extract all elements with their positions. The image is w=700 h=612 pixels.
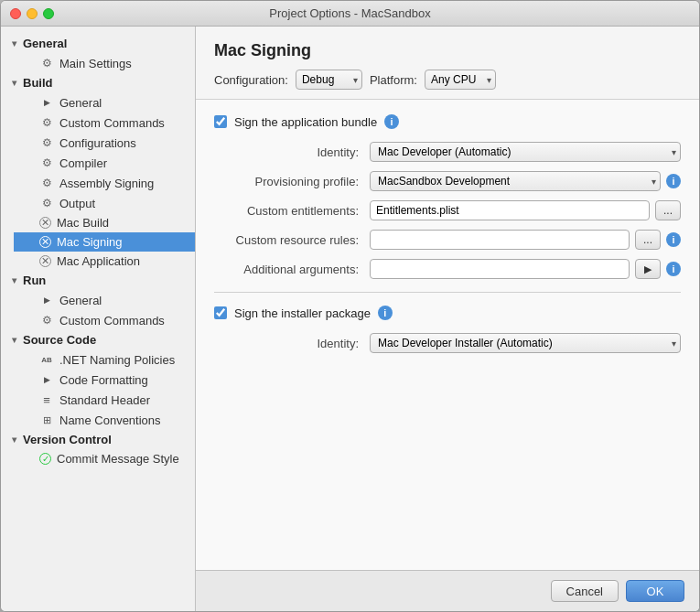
identity-control: Mac Developer (Automatic) Mac Developer [370, 142, 681, 162]
run-group: ▶ General Custom Commands [1, 290, 195, 330]
sidebar-item-main-settings-label: Main Settings [59, 57, 132, 70]
entitlements-input[interactable] [370, 200, 650, 220]
sidebar-item-name-conventions-label: Name Conventions [59, 413, 161, 427]
check-circle-icon: ✓ [39, 453, 51, 465]
sidebar-item-standard-header-label: Standard Header [59, 393, 150, 407]
sidebar-section-source-code[interactable]: ▾ Source Code [1, 330, 195, 349]
grid-icon: ⊞ [39, 413, 54, 427]
expand-arrow-build: ▾ [8, 78, 19, 89]
sidebar-item-main-settings[interactable]: Main Settings [14, 53, 195, 73]
sidebar-item-output[interactable]: Output [14, 193, 195, 213]
sidebar-item-custom-commands-label: Custom Commands [59, 116, 165, 130]
sidebar-item-commit-message[interactable]: ✓ Commit Message Style [14, 449, 195, 468]
divider [214, 292, 681, 293]
gear-icon [39, 56, 54, 70]
sidebar-section-run[interactable]: ▾ Run [1, 271, 195, 290]
main-panel: Mac Signing Configuration: Debug Release… [196, 27, 699, 611]
installer-identity-control: Mac Developer Installer (Automatic) Mac … [370, 333, 681, 353]
sidebar-item-build-general[interactable]: ▶ General [14, 92, 195, 113]
sign-installer-row: Sign the installer package i [214, 306, 681, 320]
entitlements-row: Custom entitlements: ... [214, 200, 681, 220]
sidebar-section-vc-label: Version Control [23, 433, 112, 446]
config-select-wrapper: Debug Release [296, 70, 362, 90]
circle-x-icon-2: ✕ [39, 255, 51, 267]
sidebar-item-mac-application-label: Mac Application [57, 254, 140, 268]
window: Project Options - MacSandbox ▾ General M… [0, 0, 700, 612]
resource-rules-browse-button[interactable]: ... [635, 230, 661, 250]
expand-arrow-source: ▾ [8, 335, 19, 346]
configuration-select[interactable]: Debug Release [296, 70, 362, 90]
identity-row: Identity: Mac Developer (Automatic) Mac … [214, 142, 681, 162]
additional-args-info-icon[interactable]: i [666, 262, 681, 276]
entitlements-browse-button[interactable]: ... [655, 200, 681, 220]
installer-identity-select[interactable]: Mac Developer Installer (Automatic) Mac … [370, 333, 681, 353]
gear-icon-2 [39, 115, 54, 130]
lines-icon: ≡ [39, 392, 54, 407]
sign-bundle-label: Sign the application bundle [234, 115, 377, 129]
sidebar-item-compiler-label: Compiler [59, 156, 107, 170]
gear-icon-4 [39, 156, 54, 170]
provisioning-info-icon[interactable]: i [666, 174, 681, 188]
traffic-lights [10, 8, 54, 19]
sidebar-section-build[interactable]: ▾ Build [1, 73, 195, 92]
sidebar-item-mac-signing-label: Mac Signing [57, 235, 123, 249]
additional-args-input[interactable] [370, 259, 630, 279]
sign-installer-info-icon[interactable]: i [378, 306, 393, 320]
minimize-button[interactable] [27, 8, 38, 19]
sidebar-item-net-naming[interactable]: AB .NET Naming Policies [14, 349, 195, 370]
sidebar-item-run-general[interactable]: ▶ General [14, 290, 195, 310]
sidebar-section-general[interactable]: ▾ General [1, 34, 195, 53]
provisioning-select-wrapper: MacSandbox Development [370, 171, 661, 191]
cancel-button[interactable]: Cancel [551, 580, 619, 602]
arrow-icon: ▶ [39, 95, 54, 110]
sidebar-item-configurations[interactable]: Configurations [14, 133, 195, 153]
resource-rules-info-icon[interactable]: i [666, 232, 681, 247]
sidebar-item-mac-application[interactable]: ✕ Mac Application [14, 252, 195, 271]
sidebar-section-version-control[interactable]: ▾ Version Control [1, 430, 195, 449]
provisioning-row: Provisioning profile: MacSandbox Develop… [214, 171, 681, 191]
identity-label: Identity: [214, 145, 370, 159]
sidebar-item-code-formatting[interactable]: ▶ Code Formatting [14, 370, 195, 390]
build-group: ▶ General Custom Commands Configurations… [1, 92, 195, 271]
content-area: ▾ General Main Settings ▾ Build ▶ Genera… [1, 27, 699, 611]
sidebar: ▾ General Main Settings ▾ Build ▶ Genera… [1, 27, 196, 611]
sidebar-item-mac-signing[interactable]: ✕ Mac Signing [14, 232, 195, 252]
additional-args-row: Additional arguments: ▶ i [214, 259, 681, 279]
sidebar-item-mac-build-label: Mac Build [57, 216, 109, 230]
sign-installer-checkbox[interactable] [214, 306, 227, 319]
installer-identity-label: Identity: [214, 337, 370, 350]
sign-bundle-checkbox[interactable] [214, 115, 227, 128]
platform-select[interactable]: Any CPU x86 x64 [425, 70, 496, 90]
platform-label: Platform: [370, 73, 417, 87]
expand-arrow-run: ▾ [8, 275, 19, 286]
sign-bundle-row: Sign the application bundle i [214, 114, 681, 129]
platform-select-wrapper: Any CPU x86 x64 [425, 70, 496, 90]
sign-bundle-info-icon[interactable]: i [384, 114, 399, 129]
sidebar-item-standard-header[interactable]: ≡ Standard Header [14, 390, 195, 410]
resource-rules-input[interactable] [370, 230, 630, 250]
identity-select[interactable]: Mac Developer (Automatic) Mac Developer [370, 142, 681, 162]
additional-args-label: Additional arguments: [214, 263, 370, 276]
source-code-group: AB .NET Naming Policies ▶ Code Formattin… [1, 349, 195, 430]
maximize-button[interactable] [43, 8, 54, 19]
sidebar-item-assembly-signing[interactable]: Assembly Signing [14, 173, 195, 193]
ok-button[interactable]: OK [626, 580, 684, 602]
close-button[interactable] [10, 8, 21, 19]
sidebar-item-run-custom-commands[interactable]: Custom Commands [14, 310, 195, 330]
sidebar-item-name-conventions[interactable]: ⊞ Name Conventions [14, 410, 195, 430]
ab-icon: AB [39, 352, 54, 367]
sidebar-item-mac-build[interactable]: ✕ Mac Build [14, 213, 195, 232]
sidebar-item-custom-commands[interactable]: Custom Commands [14, 113, 195, 133]
arrow-icon-3: ▶ [39, 372, 54, 387]
entitlements-label: Custom entitlements: [214, 204, 370, 218]
circle-x-icon: ✕ [39, 217, 51, 229]
sidebar-item-run-custom-commands-label: Custom Commands [59, 314, 165, 327]
provisioning-control: MacSandbox Development i [370, 171, 681, 191]
sidebar-item-code-formatting-label: Code Formatting [59, 373, 148, 387]
vc-group: ✓ Commit Message Style [1, 449, 195, 468]
additional-args-run-button[interactable]: ▶ [635, 259, 661, 279]
resource-rules-control: ... i [370, 230, 681, 250]
sidebar-item-compiler[interactable]: Compiler [14, 153, 195, 173]
provisioning-select[interactable]: MacSandbox Development [370, 171, 661, 191]
sidebar-item-net-naming-label: .NET Naming Policies [59, 353, 175, 367]
